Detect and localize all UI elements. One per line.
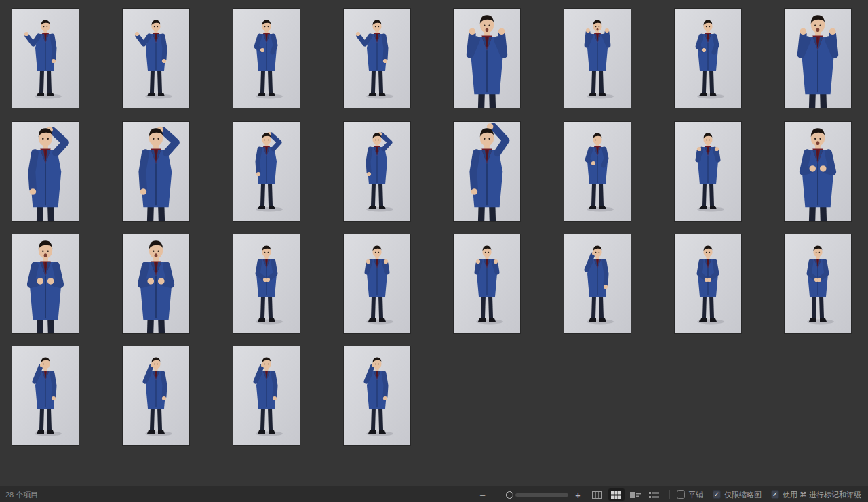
photo-thumbnail[interactable]: [344, 9, 410, 108]
photo-thumbnail[interactable]: [344, 122, 410, 221]
photo-thumbnail[interactable]: [785, 122, 851, 221]
photo-thumbnail[interactable]: [233, 9, 300, 108]
photo-thumbnail[interactable]: [344, 346, 410, 445]
grid-thumbnails-view-icon[interactable]: [608, 488, 625, 501]
slider-handle[interactable]: [506, 491, 513, 499]
zoom-out-button[interactable]: −: [478, 490, 487, 500]
photo-thumbnail[interactable]: [12, 234, 79, 333]
details-view-icon[interactable]: [627, 488, 644, 501]
photo-thumbnail[interactable]: [564, 234, 631, 333]
photo-thumbnail[interactable]: [233, 346, 300, 445]
photo-thumbnail[interactable]: [675, 9, 741, 108]
statusbar-separator: [669, 490, 670, 499]
option-thumbnails-only[interactable]: ✓ 仅限缩略图: [713, 490, 762, 500]
photo-thumbnail[interactable]: [454, 9, 520, 108]
photo-thumbnail[interactable]: [454, 234, 520, 333]
photo-thumbnail[interactable]: [12, 122, 79, 221]
thumbnail-grid: [0, 0, 868, 486]
cmd-rating-label: 使用 ⌘ 进行标记和评级: [783, 490, 861, 500]
photo-thumbnail[interactable]: [233, 234, 300, 333]
thumbnail-size-control: − +: [478, 490, 583, 500]
option-tile[interactable]: 平铺: [677, 490, 703, 500]
tile-checkbox[interactable]: [677, 490, 685, 499]
thumbnails-only-label: 仅限缩略图: [724, 490, 762, 500]
statusbar-controls: − +: [478, 486, 861, 502]
photo-thumbnail[interactable]: [123, 234, 189, 333]
photo-thumbnail[interactable]: [123, 346, 189, 445]
photo-thumbnail[interactable]: [675, 122, 741, 221]
photo-thumbnail[interactable]: [454, 122, 520, 221]
view-mode-buttons: [589, 488, 663, 501]
photo-thumbnail[interactable]: [564, 122, 631, 221]
slider-track-right: [515, 493, 568, 497]
photo-thumbnail[interactable]: [233, 122, 300, 221]
photo-thumbnail[interactable]: [675, 234, 741, 333]
photo-thumbnail[interactable]: [564, 9, 631, 108]
photo-browser-window: 28 个项目 − +: [0, 0, 868, 502]
cmd-rating-checkbox[interactable]: ✓: [771, 490, 779, 499]
item-count-label: 28 个项目: [5, 486, 38, 502]
thumbnails-only-checkbox[interactable]: ✓: [713, 490, 721, 499]
photo-thumbnail[interactable]: [123, 9, 189, 108]
thumbnail-size-slider[interactable]: [492, 490, 568, 499]
photo-thumbnail[interactable]: [123, 122, 189, 221]
status-bar: 28 个项目 − +: [0, 486, 868, 502]
grid-outline-view-icon[interactable]: [589, 488, 606, 501]
photo-thumbnail[interactable]: [12, 9, 79, 108]
slider-track-left: [492, 495, 505, 496]
option-cmd-rating[interactable]: ✓ 使用 ⌘ 进行标记和评级: [771, 490, 861, 500]
zoom-in-button[interactable]: +: [574, 490, 583, 500]
photo-thumbnail[interactable]: [344, 234, 410, 333]
photo-thumbnail[interactable]: [785, 234, 851, 333]
photo-thumbnail[interactable]: [12, 346, 79, 445]
option-checkboxes: 平铺 ✓ 仅限缩略图 ✓ 使用 ⌘ 进行标记和评级: [677, 490, 861, 500]
photo-thumbnail[interactable]: [785, 9, 851, 108]
tile-label: 平铺: [688, 490, 703, 500]
list-view-icon[interactable]: [646, 488, 663, 501]
